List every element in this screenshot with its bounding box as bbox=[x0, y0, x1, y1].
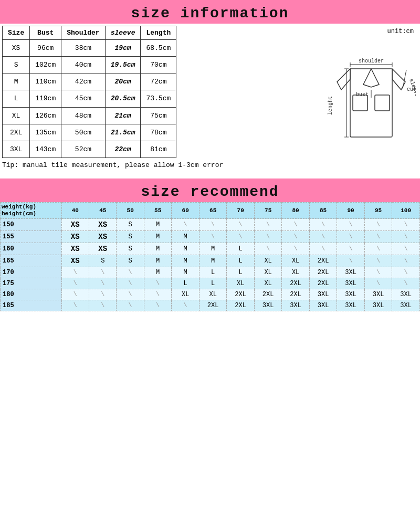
recommend-header-row: weight(kg)height(cm) 40 45 50 55 60 65 7… bbox=[1, 203, 420, 219]
wt-80: 80 bbox=[282, 203, 309, 219]
svg-text:shoulder: shoulder bbox=[359, 58, 384, 64]
list-item: 185\\\\\2XL2XL3XL3XL3XL3XL3XL3XL bbox=[1, 300, 420, 311]
wt-70: 70 bbox=[227, 203, 254, 219]
wt-45: 45 bbox=[89, 203, 116, 219]
table-area: Size Bust Shoulder sleeve Length XS96cm3… bbox=[0, 24, 420, 158]
list-item: 165XSSSMMMLXLXL2XL\\\ bbox=[1, 255, 420, 267]
top-section: size information bbox=[0, 0, 420, 24]
table-row: 2XL135cm50cm21.5cm78cm bbox=[3, 124, 176, 141]
table-row: S102cm40cm19.5cm70cm bbox=[3, 57, 176, 74]
wt-75: 75 bbox=[254, 203, 281, 219]
top-left-cell: weight(kg)height(cm) bbox=[1, 203, 62, 219]
col-bust: Bust bbox=[30, 26, 61, 40]
tip-text: Tip: manual tile measurement, please all… bbox=[0, 158, 420, 173]
wt-90: 90 bbox=[337, 203, 364, 219]
table-row: XS96cm38cm19cm68.5cm bbox=[3, 40, 176, 57]
svg-rect-4 bbox=[375, 95, 390, 111]
list-item: 155XSXSSMM\\\\\\\\ bbox=[1, 231, 420, 243]
bottom-title: size recommend bbox=[0, 184, 420, 200]
wt-60: 60 bbox=[172, 203, 199, 219]
wt-65: 65 bbox=[199, 203, 226, 219]
svg-text:cuff: cuff bbox=[407, 87, 416, 92]
table-row: M110cm42cm20cm72cm bbox=[3, 74, 176, 90]
recommend-table: weight(kg)height(cm) 40 45 50 55 60 65 7… bbox=[0, 202, 420, 311]
list-item: 160XSXSSMMML\\\\\\ bbox=[1, 243, 420, 255]
col-sleeve: sleeve bbox=[105, 26, 141, 40]
wt-50: 50 bbox=[117, 203, 144, 219]
bottom-section: size recommend bbox=[0, 178, 420, 202]
table-row: 3XL143cm52cm22cm81cm bbox=[3, 141, 176, 158]
wt-100: 100 bbox=[392, 203, 420, 219]
list-item: 180\\\\XLXL2XL2XL2XL3XL3XL3XL3XL bbox=[1, 289, 420, 300]
list-item: 175\\\\LLXLXL2XL2XL3XL\\ bbox=[1, 278, 420, 289]
top-title: size information bbox=[0, 5, 420, 22]
col-shoulder: Shoulder bbox=[61, 26, 105, 40]
recommend-table-wrap: weight(kg)height(cm) 40 45 50 55 60 65 7… bbox=[0, 202, 420, 311]
garment-diagram: shoulder sleeve cuff bust lenght bbox=[327, 37, 416, 158]
wt-95: 95 bbox=[364, 203, 392, 219]
svg-rect-0 bbox=[350, 69, 392, 137]
col-size: Size bbox=[3, 26, 30, 40]
table-row: XL126cm48cm21cm75cm bbox=[3, 107, 176, 124]
col-length: Length bbox=[141, 26, 176, 40]
wt-40: 40 bbox=[61, 203, 89, 219]
svg-marker-1 bbox=[337, 69, 350, 90]
list-item: 150XSXSSM\\\\\\\\\ bbox=[1, 219, 420, 231]
table-row: L119cm45cm20.5cm73.5cm bbox=[3, 90, 176, 107]
list-item: 170\\\MMLLXLXL2XL3XL\\ bbox=[1, 267, 420, 278]
wt-85: 85 bbox=[309, 203, 337, 219]
diagram-area: unit:cm shoulder sleeve cuff bbox=[176, 26, 420, 158]
unit-label: unit:cm bbox=[387, 28, 414, 35]
wt-55: 55 bbox=[144, 203, 171, 219]
table-header-row: Size Bust Shoulder sleeve Length bbox=[3, 26, 176, 40]
svg-text:lenght: lenght bbox=[328, 96, 333, 115]
svg-text:bust: bust bbox=[356, 92, 369, 98]
size-table: Size Bust Shoulder sleeve Length XS96cm3… bbox=[2, 26, 176, 158]
